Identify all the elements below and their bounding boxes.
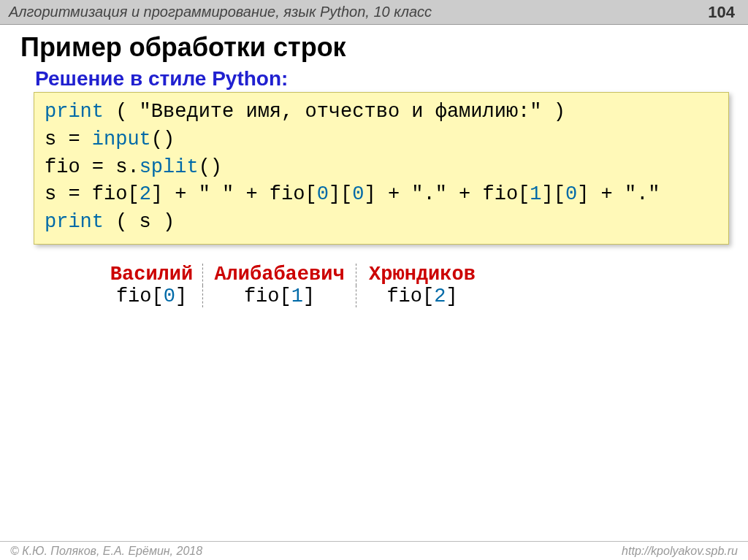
example-table: Василий Алибабаевич Хрюндиков fio[0] fio…: [101, 264, 732, 307]
code-line-3: fio = s.split(): [45, 154, 718, 182]
site-url: http://kpolyakov.spb.ru: [622, 545, 738, 558]
code-line-4: s = fio[2] + " " + fio[0][0] + "." + fio…: [45, 181, 718, 209]
subtitle: Решение в стиле Python:: [35, 67, 732, 91]
slide-footer: © К.Ю. Поляков, Е.А. Ерёмин, 2018 http:/…: [0, 541, 748, 560]
name-0: Василий: [101, 264, 203, 285]
page-title: Пример обработки строк: [20, 32, 732, 63]
code-block: print ( "Введите имя, отчество и фамилию…: [34, 92, 729, 245]
name-2: Хрюндиков: [356, 264, 488, 285]
label-0: fio[0]: [101, 285, 203, 307]
keyword-print: print: [45, 211, 104, 233]
keyword-input: input: [92, 129, 151, 150]
slide-body: Пример обработки строк Решение в стиле P…: [0, 25, 748, 307]
code-line-2: s = input(): [45, 126, 718, 154]
code-line-1: print ( "Введите имя, отчество и фамилию…: [45, 99, 718, 126]
label-2: fio[2]: [356, 285, 488, 307]
course-title: Алгоритмизация и программирование, язык …: [9, 4, 432, 20]
slide-header: Алгоритмизация и программирование, язык …: [0, 0, 748, 25]
name-1: Алибабаевич: [203, 264, 356, 285]
page-number: 104: [708, 3, 735, 22]
keyword-split: split: [140, 156, 199, 178]
label-1: fio[1]: [203, 285, 356, 307]
keyword-print: print: [45, 101, 104, 123]
copyright: © К.Ю. Поляков, Е.А. Ерёмин, 2018: [10, 545, 202, 558]
example-labels-row: fio[0] fio[1] fio[2]: [101, 285, 732, 307]
example-names-row: Василий Алибабаевич Хрюндиков: [101, 264, 732, 285]
code-line-5: print ( s ): [45, 209, 718, 237]
